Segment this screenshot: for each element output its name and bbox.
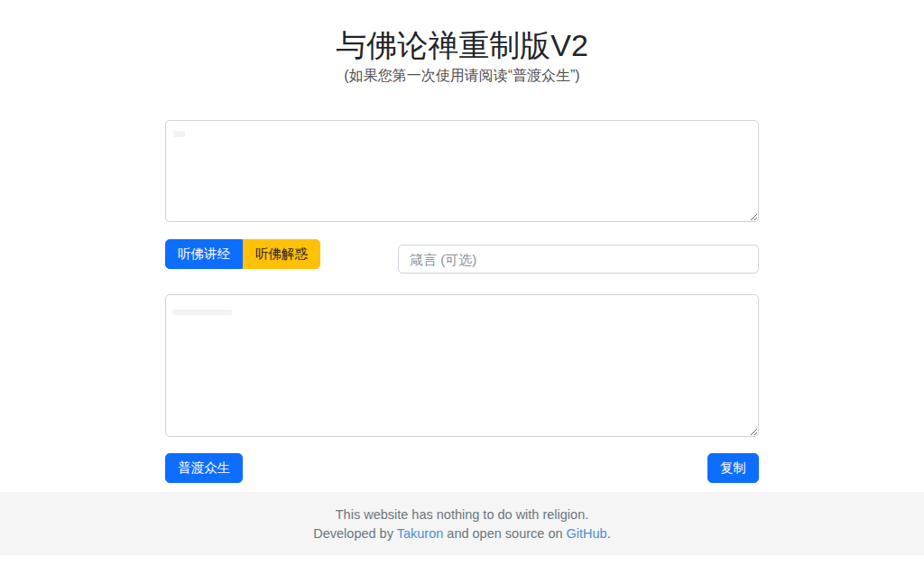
footer-disclaimer: This website has nothing to do with reli… bbox=[0, 506, 924, 524]
encode-mode-button[interactable]: 听佛讲经 bbox=[165, 239, 243, 269]
proverb-key-input[interactable] bbox=[398, 245, 759, 274]
convert-button[interactable]: 普渡众生 bbox=[165, 453, 243, 483]
page-title: 与佛论禅重制版V2 bbox=[0, 27, 924, 63]
page-footer: This website has nothing to do with reli… bbox=[0, 492, 924, 555]
footer-credit-middle: and open source on bbox=[443, 526, 566, 541]
footer-credits: Developed by Takuron and open source on … bbox=[0, 524, 924, 543]
github-link[interactable]: GitHub bbox=[567, 526, 607, 541]
footer-credit-suffix: . bbox=[607, 526, 611, 541]
main-form: 听佛讲经 听佛解惑 普渡众生 复制 bbox=[165, 87, 759, 483]
page-subtitle: (如果您第一次使用请阅读“普渡众生”) bbox=[0, 65, 924, 87]
author-link[interactable]: Takuron bbox=[397, 526, 444, 541]
result-text-textarea[interactable] bbox=[165, 294, 759, 437]
footer-credit-prefix: Developed by bbox=[313, 526, 396, 541]
mode-button-group: 听佛讲经 听佛解惑 bbox=[165, 239, 320, 269]
copy-button[interactable]: 复制 bbox=[707, 453, 759, 483]
decode-mode-button[interactable]: 听佛解惑 bbox=[243, 239, 320, 269]
source-text-textarea[interactable] bbox=[165, 120, 759, 222]
